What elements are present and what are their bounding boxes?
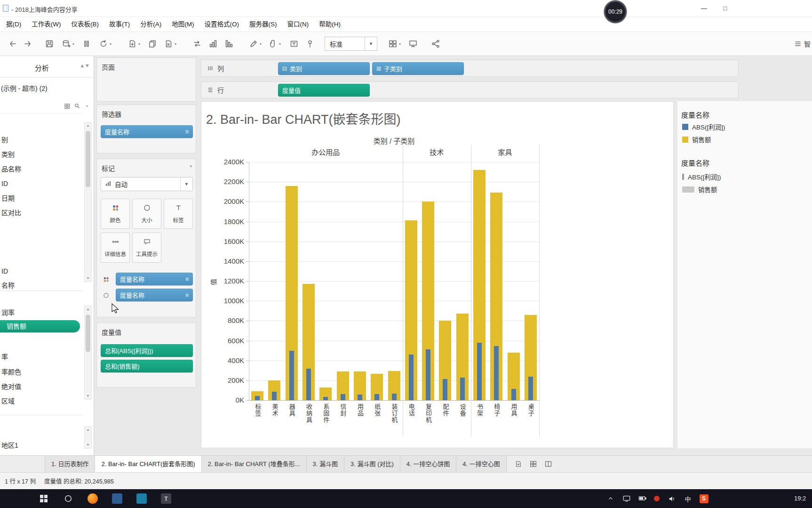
bar-profit[interactable] xyxy=(409,355,414,400)
redo-button[interactable] xyxy=(21,36,35,52)
category-header[interactable]: 技术 xyxy=(403,147,471,157)
fields-menu-icon[interactable]: ▾ xyxy=(86,104,88,108)
share-workbook-button[interactable] xyxy=(429,36,443,52)
pill-sort-icon[interactable]: ≡ xyxy=(183,276,189,282)
x-axis-label[interactable]: 纸张 xyxy=(373,403,382,445)
minimize-button[interactable]: — xyxy=(693,0,715,17)
search-icon[interactable] xyxy=(74,103,80,111)
field-item[interactable]: 区对比 xyxy=(1,208,21,218)
bar-profit[interactable] xyxy=(443,379,447,400)
field-item[interactable]: ID xyxy=(1,179,8,188)
x-axis-label[interactable]: 复印机 xyxy=(424,403,433,445)
field-item[interactable]: 日期 xyxy=(1,194,15,203)
presentation-mode-button[interactable] xyxy=(406,36,420,52)
datasource-name[interactable]: (示例 - 超市) (2) xyxy=(1,83,48,93)
pill-sort-icon[interactable]: ≡ xyxy=(183,292,189,298)
scroll-up-icon[interactable]: ▲ xyxy=(85,427,91,433)
category-header[interactable]: 家具 xyxy=(471,147,539,157)
color-button[interactable]: 颜色 xyxy=(101,199,130,229)
x-axis-label[interactable]: 电话 xyxy=(407,403,416,445)
menu-item[interactable]: 设置格式(O) xyxy=(199,17,244,32)
x-axis-label[interactable]: 用品 xyxy=(356,403,365,445)
bar-profit[interactable] xyxy=(392,394,397,400)
new-worksheet-tab-button[interactable] xyxy=(512,458,525,470)
field-item[interactable]: 品名称 xyxy=(1,164,21,174)
x-axis-label[interactable]: 美术 xyxy=(270,403,279,445)
field-item[interactable]: 类别 xyxy=(1,150,15,159)
field-item[interactable]: 绝对值 xyxy=(1,382,21,391)
menu-item[interactable]: 据(D) xyxy=(1,17,26,32)
menu-item[interactable]: 服务器(S) xyxy=(244,17,282,32)
menu-item[interactable]: 地图(M) xyxy=(167,17,199,32)
bar-profit[interactable] xyxy=(511,389,516,400)
marks-pill-color[interactable]: 度量名称 ≡ xyxy=(116,273,193,285)
tray-battery-icon[interactable] xyxy=(637,493,648,504)
x-axis-label[interactable]: 标签 xyxy=(253,403,262,445)
taskbar-app-3[interactable] xyxy=(136,493,147,504)
rows-shelf[interactable]: 行 度量值 xyxy=(201,81,739,98)
taskbar-app-2[interactable] xyxy=(111,493,123,504)
x-axis-label[interactable]: 椅子 xyxy=(492,403,501,445)
scroll-down-icon[interactable]: ▼ xyxy=(85,275,91,282)
detail-button[interactable]: 详细信息 xyxy=(101,233,130,263)
tab-analytics[interactable]: 分析 xyxy=(35,63,49,73)
scroll-down-icon[interactable]: ▼ xyxy=(85,442,91,448)
start-button[interactable] xyxy=(38,493,49,504)
x-axis-label[interactable]: 设备 xyxy=(458,403,467,445)
sheet-tab[interactable]: 2. Bar-in- Bar CHART (堆叠条形... xyxy=(202,456,307,472)
column-field-header[interactable]: 类别 / 子类别 xyxy=(249,136,539,145)
panel-divider[interactable] xyxy=(0,415,83,415)
field-item[interactable]: 润率 xyxy=(1,308,15,317)
scroll-down-icon[interactable]: ▼ xyxy=(85,393,91,399)
sheet-tab[interactable]: 4. 一排空心饼图 xyxy=(400,456,456,472)
sheet-tab[interactable]: 3. 漏斗图 (对比) xyxy=(344,456,400,472)
undo-button[interactable] xyxy=(6,36,20,52)
bar-profit[interactable] xyxy=(341,394,345,400)
x-axis-label[interactable]: 配件 xyxy=(441,403,450,445)
sort-ascending-button[interactable] xyxy=(206,36,220,52)
chevron-down-icon[interactable]: ▾ xyxy=(110,42,114,46)
chevron-down-icon[interactable]: ▾ xyxy=(72,42,77,46)
color-legend-title[interactable]: 度量名称 xyxy=(681,110,709,120)
field-item[interactable]: 别 xyxy=(1,135,8,145)
bar-profit[interactable] xyxy=(528,377,533,400)
menu-item[interactable]: 工作表(W) xyxy=(26,17,66,32)
chevron-down-icon[interactable]: ▾ xyxy=(260,42,264,46)
scrollbar-thumb[interactable] xyxy=(86,314,90,352)
sheet-tab[interactable]: 1. 日历表制作 xyxy=(45,456,95,472)
menu-item[interactable]: 仪表板(B) xyxy=(66,17,104,32)
measure-values-pill-profit[interactable]: 总和(ABS([利润])) xyxy=(101,344,193,357)
clear-sheet-button[interactable] xyxy=(161,36,175,52)
sort-descending-button[interactable] xyxy=(222,36,236,52)
bar-profit[interactable] xyxy=(306,369,311,400)
hierarchy-collapse-icon[interactable]: ⊟ xyxy=(282,65,287,72)
legend-item[interactable]: ABS([利润]) xyxy=(682,122,725,131)
bar-profit[interactable] xyxy=(374,394,379,400)
scroll-up-icon[interactable]: ▲ xyxy=(85,306,91,313)
bar-profit[interactable] xyxy=(358,395,362,400)
pause-auto-updates-button[interactable] xyxy=(80,36,94,52)
measure-values-pill-sales[interactable]: 总和(销售额) xyxy=(101,360,193,372)
chevron-down-icon[interactable]: ▾ xyxy=(399,42,403,46)
pill-measure-values[interactable]: 度量值 xyxy=(278,84,370,97)
bar-profit[interactable] xyxy=(477,343,482,400)
maximize-button[interactable]: □ xyxy=(715,0,736,17)
pill-category[interactable]: ⊟ 类别 xyxy=(278,62,370,75)
fit-selector[interactable]: 标准▼ xyxy=(325,37,377,51)
chevron-down-icon[interactable]: ▾ xyxy=(279,42,283,46)
bar-profit[interactable] xyxy=(323,397,328,400)
x-axis-label[interactable]: 信封 xyxy=(339,403,348,445)
bar-profit[interactable] xyxy=(289,351,294,400)
tray-display-icon[interactable] xyxy=(621,493,632,504)
filter-pill[interactable]: 度量名称 ≡ xyxy=(101,125,193,138)
x-axis-label[interactable]: 系固件 xyxy=(321,403,330,445)
show-hide-cards-button[interactable] xyxy=(386,36,400,52)
tray-ime-indicator[interactable]: 中 xyxy=(682,493,693,504)
view-as-grid-icon[interactable] xyxy=(64,103,70,111)
field-item[interactable]: 率颜色 xyxy=(1,367,21,377)
label-button[interactable]: 标签 xyxy=(164,199,193,229)
sheet-tab[interactable]: 2. Bar-in- Bar CHART(嵌套条形图) xyxy=(95,456,201,472)
menu-item[interactable]: 分析(A) xyxy=(135,17,167,32)
highlight-button[interactable] xyxy=(247,36,261,52)
marks-collapse-icon[interactable]: ▾ xyxy=(190,164,192,169)
